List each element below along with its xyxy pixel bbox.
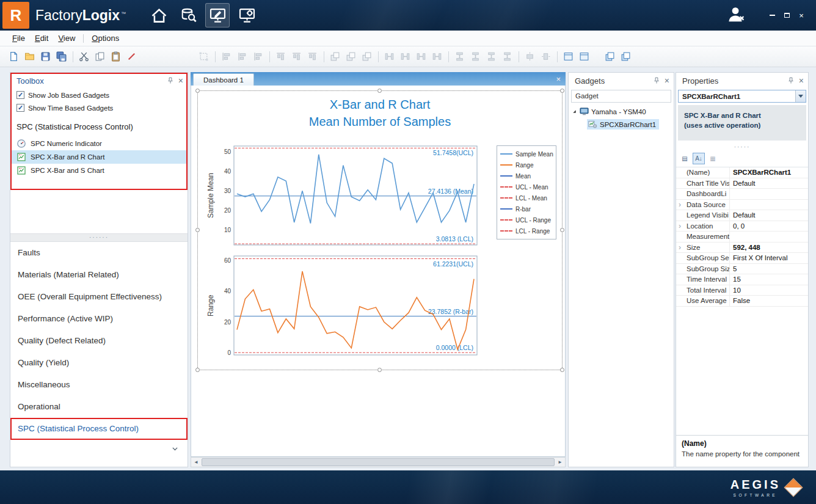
design-surface[interactable]: X-Bar and R Chart Mean Number of Samples…	[191, 86, 566, 457]
toolbox-category-spc-statistical-process-control[interactable]: SPC (Statistical Process Control)	[10, 418, 188, 440]
cascade-button[interactable]	[602, 49, 617, 64]
center-horizontally-button[interactable]	[522, 49, 537, 64]
property-row-total-interval[interactable]: Total Interval10	[676, 285, 808, 296]
toolbox-category-materials-material-related[interactable]: Materials (Material Related)	[10, 264, 188, 286]
save-all-button[interactable]	[54, 49, 69, 64]
checkbox-row-show-time-based-gadgets[interactable]: ✓Show Time Based Gadgets	[10, 101, 188, 114]
properties-resize-grip[interactable]: ·····	[676, 141, 808, 153]
component-selector[interactable]: SPCXBarRChart1	[678, 90, 806, 103]
selection-handle[interactable]	[195, 368, 200, 372]
property-row-chart-title-vis[interactable]: Chart Title VisDefault	[676, 178, 808, 189]
property-row-data-source[interactable]: ›Data Source	[676, 200, 808, 211]
selection-handle[interactable]	[560, 228, 564, 232]
menu-file[interactable]: File	[7, 32, 30, 45]
toolbox-pin-icon[interactable]	[167, 77, 174, 84]
alphabetical-view-button[interactable]: A↓	[693, 153, 705, 164]
minimize-button[interactable]	[765, 9, 779, 21]
component-selector-dropdown[interactable]	[795, 90, 806, 102]
align-left-button[interactable]	[219, 49, 234, 64]
user-logout-icon[interactable]	[727, 5, 746, 25]
properties-close-icon[interactable]: ×	[799, 76, 804, 85]
snap-to-grid-button[interactable]	[196, 49, 211, 64]
make-horizontal-spacing-equal-button[interactable]	[382, 49, 397, 64]
tab-dashboard-1[interactable]: Dashboard 1	[193, 73, 254, 86]
align-bottom-button[interactable]	[305, 49, 320, 64]
make-same-height-button[interactable]	[359, 49, 374, 64]
expand-chevron-icon[interactable]: ›	[679, 222, 681, 230]
property-row-subgroup-sel[interactable]: SubGroup SelFirst X Of Interval	[676, 253, 808, 264]
selection-handle[interactable]	[560, 89, 564, 93]
toolbox-gadget-spc-x-bar-and-r-chart[interactable]: SPC X-Bar and R Chart	[10, 150, 188, 164]
remove-button[interactable]	[124, 49, 139, 64]
copy-button[interactable]	[92, 49, 107, 64]
send-to-back-button[interactable]	[577, 49, 592, 64]
make-vertical-spacing-equal-button[interactable]	[452, 49, 467, 64]
selection-handle[interactable]	[195, 228, 200, 232]
scrollbar-thumb[interactable]	[202, 458, 555, 466]
menu-options[interactable]: Options	[87, 32, 124, 45]
gadgets-pin-icon[interactable]	[653, 77, 660, 84]
property-row-subgroup-siz[interactable]: SubGroup Siz5	[676, 264, 808, 275]
menu-view[interactable]: View	[53, 32, 80, 45]
horizontal-scrollbar[interactable]: ◄ ►	[191, 457, 566, 467]
bring-to-front-button[interactable]	[561, 49, 576, 64]
toolbox-gadget-spc-numeric-indicator[interactable]: SPC Numeric Indicator	[10, 137, 188, 150]
tree-expander-icon[interactable]	[572, 109, 577, 114]
gadget-selection[interactable]: X-Bar and R Chart Mean Number of Samples…	[197, 90, 563, 370]
selection-handle[interactable]	[377, 89, 382, 93]
toolbox-category-miscellaneous[interactable]: Miscellaneous	[10, 374, 188, 396]
checkbox-show-time-based-gadgets[interactable]: ✓	[16, 104, 24, 112]
scroll-left-icon[interactable]: ◄	[191, 459, 201, 465]
remove-horizontal-spacing-button[interactable]	[429, 49, 445, 64]
selection-handle[interactable]	[195, 89, 200, 93]
tab-close-icon[interactable]: ×	[556, 75, 566, 86]
toolbox-category-faults[interactable]: Faults	[10, 242, 188, 264]
decrease-vertical-spacing-button[interactable]	[484, 49, 499, 64]
tile-button[interactable]	[618, 49, 633, 64]
property-row-time-interval[interactable]: Time Interval15	[676, 274, 808, 285]
toolbox-gadget-spc-x-bar-and-s-chart[interactable]: SPC X-Bar and S Chart	[10, 164, 188, 177]
tree-node-gadget[interactable]: SPCXBarRChart1	[569, 118, 674, 131]
expand-chevron-icon[interactable]: ›	[679, 200, 681, 209]
property-pages-button[interactable]: ▦	[707, 153, 719, 164]
menu-edit[interactable]: Edit	[30, 32, 53, 45]
toolbox-category-performance-active-wip[interactable]: Performance (Active WIP)	[10, 308, 188, 330]
toolbox-category-operational[interactable]: Operational	[10, 396, 188, 418]
align-center-button[interactable]	[235, 49, 250, 64]
chevron-down-icon[interactable]	[171, 445, 179, 455]
property-row-dashboardli[interactable]: DashboardLi	[676, 189, 808, 200]
tree-node-machine[interactable]: Yamaha - YSM40	[569, 105, 674, 118]
remove-vertical-spacing-button[interactable]	[500, 49, 515, 64]
toolbox-close-icon[interactable]: ×	[178, 76, 183, 85]
paste-button[interactable]	[108, 49, 123, 64]
scroll-right-icon[interactable]: ►	[555, 459, 565, 465]
cut-button[interactable]	[76, 49, 92, 64]
open-button[interactable]	[22, 49, 37, 64]
increase-vertical-spacing-button[interactable]	[468, 49, 483, 64]
center-vertically-button[interactable]	[538, 49, 553, 64]
nav-process-settings[interactable]	[235, 3, 259, 27]
save-button[interactable]	[38, 49, 53, 64]
properties-pin-icon[interactable]	[787, 77, 795, 84]
align-top-button[interactable]	[273, 49, 288, 64]
property-row-legend-visibi[interactable]: Legend VisibiDefault	[676, 210, 808, 221]
categorized-view-button[interactable]: ▤	[679, 153, 691, 164]
expand-chevron-icon[interactable]: ›	[679, 243, 681, 252]
align-right-button[interactable]	[250, 49, 266, 64]
decrease-horizontal-spacing-button[interactable]	[413, 49, 429, 64]
toolbox-category-oee-overall-equipment-effectiveness[interactable]: OEE (Overall Equipment Effectiveness)	[10, 286, 188, 308]
make-same-size-button[interactable]	[343, 49, 359, 64]
increase-horizontal-spacing-button[interactable]	[398, 49, 413, 64]
maximize-button[interactable]	[779, 9, 794, 21]
align-middle-button[interactable]	[289, 49, 304, 64]
toolbox-category-quality-defect-related[interactable]: Quality (Defect Related)	[10, 330, 188, 352]
property-row-measurement[interactable]: Measurement	[676, 232, 808, 243]
property-row-name[interactable]: (Name)SPCXBarRChart1	[676, 167, 808, 178]
selection-handle[interactable]	[560, 368, 564, 372]
toolbox-splitter[interactable]: ······	[10, 233, 188, 242]
selection-handle[interactable]	[377, 368, 382, 372]
nav-data-search[interactable]	[176, 3, 200, 27]
property-row-use-average[interactable]: Use AverageFalse	[676, 296, 808, 307]
checkbox-show-job-based-gadgets[interactable]: ✓	[16, 91, 24, 99]
checkbox-row-show-job-based-gadgets[interactable]: ✓Show Job Based Gadgets	[10, 89, 188, 101]
